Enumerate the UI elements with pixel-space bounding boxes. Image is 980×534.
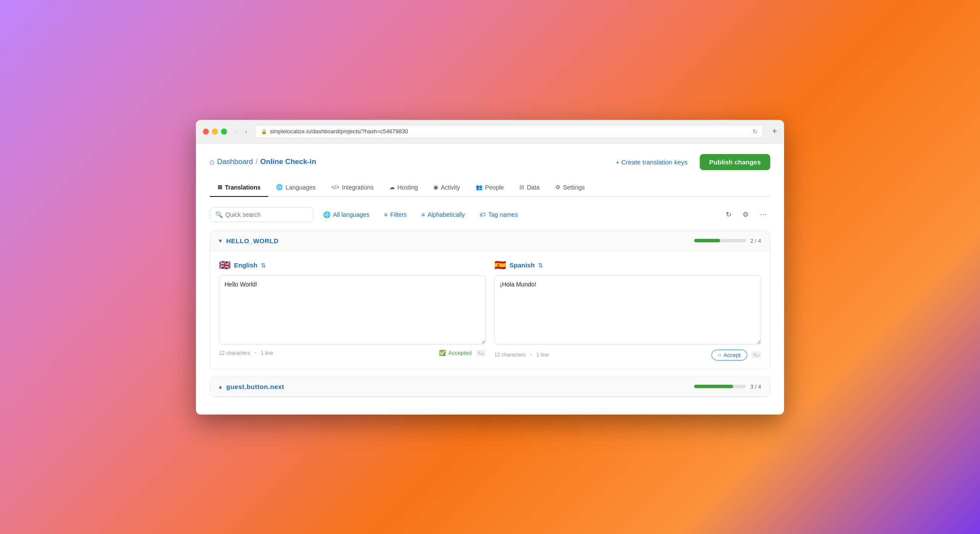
tab-settings-label: Settings [563, 184, 585, 191]
progress-fill [694, 239, 720, 242]
chevron-up-icon: ▴ [219, 383, 222, 390]
translation-col-english: 🇬🇧 English ⇅ Hello World! 12 characters … [219, 260, 486, 360]
breadcrumb-dashboard[interactable]: Dashboard [217, 158, 253, 166]
url-text: simplelocalize.io/dashboard/projects/?ha… [270, 128, 408, 135]
tab-settings[interactable]: ⚙ Settings [548, 179, 593, 197]
tag-names-button[interactable]: 🏷 Tag names [474, 208, 523, 222]
translation-group-hello-world: ▾ HELLO_WORLD 2 / 4 🇬🇧 English ⇅ [210, 231, 770, 370]
tab-activity-label: Activity [441, 184, 460, 191]
publish-changes-button[interactable]: Publish changes [700, 154, 770, 170]
breadcrumb-project[interactable]: Online Check-in [260, 158, 316, 166]
hosting-icon: ☁ [389, 184, 395, 190]
tab-integrations-label: Integrations [342, 184, 374, 191]
dot-separator: • [255, 350, 256, 356]
translation-columns: 🇬🇧 English ⇅ Hello World! 12 characters … [210, 251, 770, 369]
chevron-down-icon: ▾ [219, 237, 222, 244]
lang-name-english: English [234, 261, 257, 269]
header-actions: + Create translation keys Publish change… [609, 154, 770, 170]
english-flag-icon: 🇬🇧 [219, 260, 231, 271]
back-button[interactable]: ‹ [232, 127, 240, 136]
tab-hosting-label: Hosting [397, 184, 418, 191]
filters-button[interactable]: ≡ Filters [379, 208, 412, 222]
new-tab-button[interactable]: + [772, 126, 777, 136]
tab-activity[interactable]: ◉ Activity [426, 179, 468, 197]
english-shortcut: ⌥↵ [476, 350, 486, 357]
group-progress-hello-world: 2 / 4 [694, 238, 761, 244]
progress-text: 2 / 4 [750, 238, 761, 244]
refresh-button[interactable]: ↻ [722, 208, 735, 221]
lang-switch-english-button[interactable]: ⇅ [261, 262, 266, 269]
more-options-button[interactable]: ⋯ [756, 208, 770, 221]
progress-text-2: 3 / 4 [750, 383, 761, 390]
data-icon: ⊟ [519, 184, 524, 190]
tag-names-label: Tag names [488, 211, 518, 218]
globe-icon: 🌐 [323, 211, 330, 218]
spanish-flag-icon: 🇪🇸 [494, 260, 506, 271]
create-translation-keys-button[interactable]: + Create translation keys [609, 155, 693, 169]
progress-bar [694, 239, 746, 242]
all-languages-button[interactable]: 🌐 All languages [318, 208, 375, 222]
tab-languages[interactable]: 🌐 Languages [268, 179, 323, 197]
alphabetically-label: Alphabetically [428, 211, 465, 218]
breadcrumb-separator: / [256, 158, 258, 166]
tab-data[interactable]: ⊟ Data [512, 179, 548, 197]
all-languages-label: All languages [333, 211, 369, 218]
accept-button-spanish[interactable]: ○ Accept [711, 350, 747, 360]
group-header-hello-world[interactable]: ▾ HELLO_WORLD 2 / 4 [210, 231, 770, 251]
english-char-count: 12 characters [219, 350, 250, 356]
tab-hosting[interactable]: ☁ Hosting [381, 179, 426, 197]
people-icon: 👥 [476, 184, 483, 190]
browser-chrome: ‹ › 🔒 simplelocalize.io/dashboard/projec… [196, 120, 784, 144]
group-key-hello-world: HELLO_WORLD [226, 237, 279, 244]
lang-name-spanish: Spanish [509, 261, 535, 269]
close-button[interactable] [203, 129, 209, 135]
nav-tabs: ⊞ Translations 🌐 Languages </> Integrati… [210, 179, 770, 197]
tab-data-label: Data [527, 184, 540, 191]
browser-nav-buttons: ‹ › [232, 127, 250, 136]
group-key-guest-button-next: guest.button.next [226, 383, 284, 390]
translation-col-spanish: 🇪🇸 Spanish ⇅ ¡Hola Mundo! 12 characters … [494, 260, 761, 360]
english-translation-textarea[interactable]: Hello World! [219, 275, 486, 344]
tab-people-label: People [485, 184, 504, 191]
address-bar[interactable]: 🔒 simplelocalize.io/dashboard/projects/?… [255, 125, 764, 138]
filter-icon: ≡ [384, 211, 388, 218]
app-content: ⌂ Dashboard / Online Check-in + Create t… [196, 144, 784, 415]
search-input[interactable] [225, 211, 308, 218]
activity-icon: ◉ [433, 184, 438, 190]
forward-button[interactable]: › [242, 127, 250, 136]
group-header-guest-button-next[interactable]: ▴ guest.button.next 3 / 4 [210, 377, 770, 397]
progress-bar-2 [694, 385, 746, 388]
tab-people[interactable]: 👥 People [468, 179, 512, 197]
tab-languages-label: Languages [285, 184, 315, 191]
tab-integrations[interactable]: </> Integrations [323, 179, 381, 197]
tab-translations-label: Translations [225, 184, 260, 191]
sort-icon: ≡ [421, 211, 425, 218]
column-settings-button[interactable]: ⚙ [739, 208, 752, 221]
spanish-line-count: 1 line [536, 352, 549, 358]
reload-button[interactable]: ↻ [753, 128, 758, 135]
lock-icon: 🔒 [261, 129, 267, 135]
maximize-button[interactable] [221, 129, 227, 135]
accept-label: Accept [724, 352, 741, 358]
alphabetically-button[interactable]: ≡ Alphabetically [416, 208, 470, 222]
accepted-label: Accepted [448, 350, 471, 356]
spanish-translation-textarea[interactable]: ¡Hola Mundo! [494, 275, 761, 344]
breadcrumb: ⌂ Dashboard / Online Check-in [210, 158, 316, 167]
traffic-lights [203, 129, 227, 135]
progress-fill-2 [694, 385, 733, 388]
home-icon: ⌂ [210, 158, 215, 167]
app-header: ⌂ Dashboard / Online Check-in + Create t… [210, 154, 770, 170]
check-icon: ✅ [439, 350, 446, 356]
circle-icon: ○ [718, 352, 721, 358]
lang-switch-spanish-button[interactable]: ⇅ [538, 262, 543, 269]
spanish-char-count: 12 characters [494, 352, 526, 358]
translation-group-guest-button-next: ▴ guest.button.next 3 / 4 [210, 376, 770, 397]
spanish-shortcut: ⌥↵ [752, 351, 761, 358]
lang-header-spanish: 🇪🇸 Spanish ⇅ [494, 260, 761, 271]
browser-window: ‹ › 🔒 simplelocalize.io/dashboard/projec… [196, 120, 784, 415]
translation-footer-spanish: 12 characters • 1 line ○ Accept ⌥↵ [494, 346, 761, 360]
minimize-button[interactable] [212, 129, 218, 135]
tab-translations[interactable]: ⊞ Translations [210, 179, 268, 197]
english-line-count: 1 line [261, 350, 273, 356]
search-box[interactable]: 🔍 [210, 207, 314, 222]
